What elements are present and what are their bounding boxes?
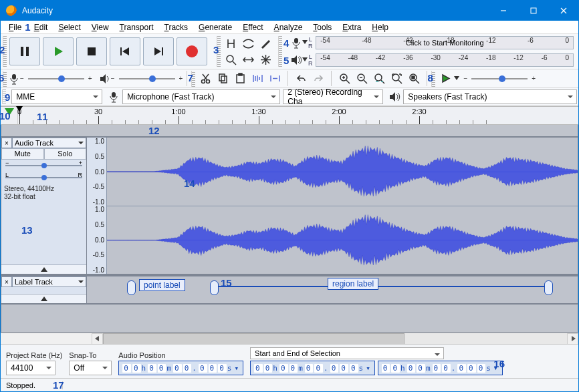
menu-edit[interactable]: Edit xyxy=(29,22,53,33)
menu-transport[interactable]: Transport xyxy=(114,22,159,33)
svg-rect-25 xyxy=(239,73,242,75)
record-button[interactable] xyxy=(177,37,207,65)
transport-grip[interactable] xyxy=(3,36,7,67)
menu-tracks[interactable]: Tracks xyxy=(159,22,194,33)
menu-view[interactable]: View xyxy=(86,22,114,33)
skip-end-button[interactable] xyxy=(143,37,174,65)
mixer-grip[interactable] xyxy=(3,71,7,87)
device-grip[interactable] xyxy=(2,89,6,104)
selection-end-field[interactable]: 00 h 00 m 00.000 s▾ xyxy=(378,361,503,375)
scroll-left-button[interactable] xyxy=(92,333,103,345)
multi-tool-icon[interactable] xyxy=(257,51,274,67)
zoom-toggle-icon[interactable] xyxy=(405,71,423,87)
region-start-handle[interactable] xyxy=(210,280,219,295)
audio-host-combo[interactable]: MME xyxy=(11,89,102,104)
playback-speed-slider[interactable] xyxy=(471,74,528,83)
undo-icon[interactable] xyxy=(292,71,310,87)
recording-device-combo[interactable]: Microphone (Fast Track) xyxy=(122,89,280,104)
mute-button[interactable]: Mute xyxy=(1,148,44,160)
selection-start-field[interactable]: 00 h 00 m 00.000 s▾ xyxy=(250,361,375,375)
horizontal-scrollbar[interactable] xyxy=(1,333,578,344)
menu-analyze[interactable]: Analyze xyxy=(269,22,308,33)
app-icon xyxy=(6,5,17,16)
menu-effect[interactable]: Effect xyxy=(237,22,268,33)
svg-marker-41 xyxy=(454,76,459,80)
paste-icon[interactable] xyxy=(231,71,249,87)
menu-select[interactable]: Select xyxy=(53,22,86,33)
timeshift-tool-icon[interactable] xyxy=(239,51,257,67)
label-track-dropdown[interactable]: Label Track xyxy=(12,276,86,287)
recording-channels-combo[interactable]: 2 (Stereo) Recording Cha xyxy=(283,89,383,104)
gain-slider[interactable]: −+ xyxy=(5,162,82,170)
close-button[interactable] xyxy=(548,1,578,21)
label-track-close-button[interactable]: × xyxy=(1,276,12,287)
speaker-icon[interactable] xyxy=(290,54,302,66)
scroll-thumb[interactable] xyxy=(103,333,404,345)
playback-device-combo[interactable]: Speakers (Fast Track) xyxy=(403,89,577,104)
zoom-in-icon[interactable] xyxy=(336,71,353,87)
scroll-right-button[interactable] xyxy=(567,333,578,345)
microphone-icon[interactable] xyxy=(290,37,302,49)
selection-type-combo[interactable]: Start and End of Selection xyxy=(250,347,444,359)
track-dropdown[interactable]: Audio Track xyxy=(12,138,86,148)
skip-start-button[interactable] xyxy=(110,37,140,65)
svg-line-27 xyxy=(346,80,350,83)
playback-volume-slider[interactable] xyxy=(119,74,175,83)
minimize-button[interactable] xyxy=(488,1,518,21)
trim-icon[interactable] xyxy=(249,71,266,87)
recording-meter[interactable]: -54-48-42-18-12-60 Click to Start Monito… xyxy=(313,35,576,51)
fit-project-icon[interactable] xyxy=(388,71,405,87)
label-track-panel[interactable]: × Label Track xyxy=(1,276,87,303)
envelope-tool-icon[interactable] xyxy=(239,35,257,51)
svg-marker-44 xyxy=(41,267,47,272)
menu-generate[interactable]: Generate xyxy=(193,22,237,33)
svg-marker-17 xyxy=(302,57,308,61)
redo-icon[interactable] xyxy=(310,71,327,87)
track-collapse-button[interactable] xyxy=(1,264,86,274)
draw-tool-icon[interactable] xyxy=(257,35,274,51)
cut-icon[interactable] xyxy=(197,71,214,87)
stop-button[interactable] xyxy=(76,37,107,65)
recording-volume-slider[interactable] xyxy=(28,74,84,83)
menu-file[interactable]: File xyxy=(3,22,27,33)
solo-button[interactable]: Solo xyxy=(44,148,87,160)
waveform-area[interactable]: 14 xyxy=(107,138,578,274)
label-track-body[interactable]: 15 point label region label xyxy=(87,276,578,303)
region-end-handle[interactable] xyxy=(544,280,553,295)
copy-icon[interactable] xyxy=(214,71,231,87)
track-close-button[interactable]: × xyxy=(1,138,12,148)
pause-button[interactable] xyxy=(9,37,40,65)
menu-extra[interactable]: Extra xyxy=(337,22,366,33)
selection-tool-icon[interactable] xyxy=(222,35,239,51)
play-speed-grip[interactable] xyxy=(431,71,435,87)
snap-to-combo[interactable]: Off xyxy=(69,361,112,375)
play-at-speed-icon[interactable] xyxy=(437,71,454,87)
vertical-scale-right[interactable]: 1.00.50.0-0.5-1.0 xyxy=(87,206,107,274)
audio-position-field[interactable]: 00 h 00 m 00.000 s▾ xyxy=(118,361,243,375)
region-label-text[interactable]: region label xyxy=(328,278,378,290)
menu-tools[interactable]: Tools xyxy=(308,22,337,33)
svg-marker-6 xyxy=(55,47,63,56)
zoom-tool-icon[interactable] xyxy=(222,51,239,67)
track-control-panel[interactable]: × Audio Track Mute Solo −+ LR Stereo, 44… xyxy=(1,138,87,274)
tools-grip[interactable] xyxy=(217,36,221,67)
rec-meter-grip[interactable] xyxy=(278,36,282,67)
play-button[interactable] xyxy=(43,37,74,65)
fit-selection-icon[interactable] xyxy=(370,71,388,87)
pan-slider[interactable]: LR xyxy=(5,174,82,182)
zoom-out-icon[interactable] xyxy=(353,71,370,87)
svg-marker-15 xyxy=(302,40,308,44)
rec-LR-label: LR xyxy=(308,36,313,49)
edit-grip[interactable] xyxy=(191,71,195,87)
label-point-handle[interactable] xyxy=(127,280,136,295)
silence-icon[interactable] xyxy=(266,71,283,87)
svg-rect-23 xyxy=(221,76,227,83)
timeline-ruler[interactable]: 11 0301:001:302:002:30 xyxy=(18,107,578,124)
project-rate-combo[interactable]: 44100 xyxy=(6,361,55,375)
vertical-scale-left[interactable]: 1.00.50.0-0.5-1.0 xyxy=(87,138,107,206)
label-track-collapse-button[interactable] xyxy=(1,294,86,303)
playback-meter[interactable]: -54-48-42-36-30-24-18-12-60 xyxy=(313,52,576,68)
maximize-button[interactable] xyxy=(518,1,548,21)
menu-help[interactable]: Help xyxy=(366,22,394,33)
point-label-text[interactable]: point label xyxy=(139,279,185,291)
